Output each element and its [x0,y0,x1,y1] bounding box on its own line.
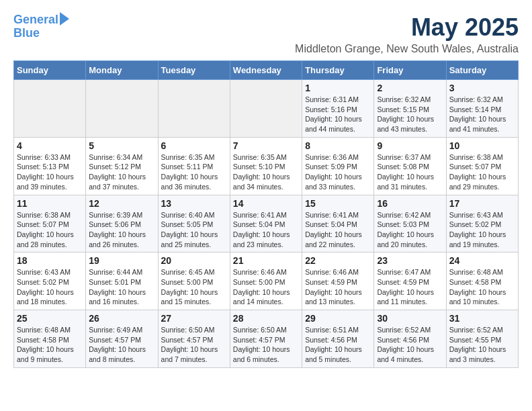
calendar-cell: 24Sunrise: 6:48 AM Sunset: 4:58 PM Dayli… [446,253,518,310]
day-info: Sunrise: 6:48 AM Sunset: 4:58 PM Dayligh… [449,267,515,307]
calendar-cell: 16Sunrise: 6:42 AM Sunset: 5:03 PM Dayli… [374,195,446,253]
day-info: Sunrise: 6:37 AM Sunset: 5:08 PM Dayligh… [377,152,443,192]
day-info: Sunrise: 6:43 AM Sunset: 5:02 PM Dayligh… [17,267,83,307]
day-number: 9 [377,140,443,151]
day-number: 27 [161,313,227,324]
day-info: Sunrise: 6:52 AM Sunset: 4:56 PM Dayligh… [377,325,443,365]
day-info: Sunrise: 6:46 AM Sunset: 5:00 PM Dayligh… [233,267,299,307]
day-info: Sunrise: 6:45 AM Sunset: 5:00 PM Dayligh… [161,267,227,307]
day-info: Sunrise: 6:35 AM Sunset: 5:10 PM Dayligh… [233,152,299,192]
day-info: Sunrise: 6:36 AM Sunset: 5:09 PM Dayligh… [305,152,371,192]
day-info: Sunrise: 6:41 AM Sunset: 5:04 PM Dayligh… [233,210,299,250]
calendar-week-2: 4Sunrise: 6:33 AM Sunset: 5:13 PM Daylig… [14,137,519,195]
calendar-cell: 9Sunrise: 6:37 AM Sunset: 5:08 PM Daylig… [374,137,446,195]
day-number: 30 [377,313,443,324]
location-title: Middleton Grange, New South Wales, Austr… [295,43,519,55]
day-info: Sunrise: 6:32 AM Sunset: 5:15 PM Dayligh… [377,95,443,134]
day-number: 25 [17,313,83,324]
calendar-cell [86,80,158,138]
calendar-cell: 7Sunrise: 6:35 AM Sunset: 5:10 PM Daylig… [230,137,302,195]
calendar-cell: 3Sunrise: 6:32 AM Sunset: 5:14 PM Daylig… [446,80,518,138]
day-number: 7 [233,140,299,151]
day-number: 5 [89,140,154,151]
day-info: Sunrise: 6:34 AM Sunset: 5:12 PM Dayligh… [89,152,154,192]
day-number: 21 [233,255,299,266]
calendar-table: SundayMondayTuesdayWednesdayThursdayFrid… [13,60,519,368]
calendar-cell: 5Sunrise: 6:34 AM Sunset: 5:12 PM Daylig… [86,137,158,195]
logo-line1: General [13,13,58,26]
column-header-saturday: Saturday [446,61,518,80]
day-info: Sunrise: 6:51 AM Sunset: 4:56 PM Dayligh… [305,325,371,365]
calendar-week-1: 1Sunrise: 6:31 AM Sunset: 5:16 PM Daylig… [14,80,519,138]
day-info: Sunrise: 6:32 AM Sunset: 5:14 PM Dayligh… [449,95,515,134]
logo: General Blue [13,13,69,40]
calendar-week-3: 11Sunrise: 6:38 AM Sunset: 5:07 PM Dayli… [14,195,519,253]
calendar-cell: 28Sunrise: 6:50 AM Sunset: 4:57 PM Dayli… [230,310,302,368]
calendar-cell: 20Sunrise: 6:45 AM Sunset: 5:00 PM Dayli… [158,253,230,310]
day-number: 19 [89,255,154,266]
day-number: 18 [17,255,83,266]
calendar-cell: 25Sunrise: 6:48 AM Sunset: 4:58 PM Dayli… [14,310,86,368]
day-number: 1 [305,83,371,93]
calendar-cell: 26Sunrise: 6:49 AM Sunset: 4:57 PM Dayli… [86,310,158,368]
calendar-cell: 22Sunrise: 6:46 AM Sunset: 4:59 PM Dayli… [302,253,374,310]
day-number: 4 [17,140,83,151]
calendar-cell: 31Sunrise: 6:52 AM Sunset: 4:55 PM Dayli… [446,310,518,368]
day-info: Sunrise: 6:35 AM Sunset: 5:11 PM Dayligh… [161,152,227,192]
month-title: May 2025 [295,13,519,42]
day-info: Sunrise: 6:43 AM Sunset: 5:02 PM Dayligh… [449,210,515,250]
day-number: 12 [89,198,154,209]
day-number: 17 [449,198,515,209]
day-info: Sunrise: 6:47 AM Sunset: 4:59 PM Dayligh… [377,267,443,307]
day-number: 11 [17,198,83,209]
day-number: 14 [233,198,299,209]
day-info: Sunrise: 6:31 AM Sunset: 5:16 PM Dayligh… [305,95,371,134]
day-number: 8 [305,140,371,151]
day-info: Sunrise: 6:50 AM Sunset: 4:57 PM Dayligh… [233,325,299,365]
page-header: General Blue May 2025 Middleton Grange, … [13,13,519,55]
day-info: Sunrise: 6:39 AM Sunset: 5:06 PM Dayligh… [89,210,154,250]
calendar-cell: 8Sunrise: 6:36 AM Sunset: 5:09 PM Daylig… [302,137,374,195]
day-info: Sunrise: 6:46 AM Sunset: 4:59 PM Dayligh… [305,267,371,307]
calendar-cell: 11Sunrise: 6:38 AM Sunset: 5:07 PM Dayli… [14,195,86,253]
day-number: 20 [161,255,227,266]
calendar-cell: 18Sunrise: 6:43 AM Sunset: 5:02 PM Dayli… [14,253,86,310]
calendar-week-4: 18Sunrise: 6:43 AM Sunset: 5:02 PM Dayli… [14,253,519,310]
calendar-cell: 30Sunrise: 6:52 AM Sunset: 4:56 PM Dayli… [374,310,446,368]
calendar-cell [158,80,230,138]
calendar-cell: 15Sunrise: 6:41 AM Sunset: 5:04 PM Dayli… [302,195,374,253]
day-number: 29 [305,313,371,324]
day-number: 16 [377,198,443,209]
day-info: Sunrise: 6:41 AM Sunset: 5:04 PM Dayligh… [305,210,371,250]
day-number: 10 [449,140,515,151]
calendar-cell: 10Sunrise: 6:38 AM Sunset: 5:07 PM Dayli… [446,137,518,195]
day-info: Sunrise: 6:52 AM Sunset: 4:55 PM Dayligh… [449,325,515,365]
day-number: 3 [449,83,515,93]
calendar-cell: 14Sunrise: 6:41 AM Sunset: 5:04 PM Dayli… [230,195,302,253]
day-info: Sunrise: 6:40 AM Sunset: 5:05 PM Dayligh… [161,210,227,250]
day-info: Sunrise: 6:33 AM Sunset: 5:13 PM Dayligh… [17,152,83,192]
calendar-cell: 2Sunrise: 6:32 AM Sunset: 5:15 PM Daylig… [374,80,446,138]
calendar-cell: 27Sunrise: 6:50 AM Sunset: 4:57 PM Dayli… [158,310,230,368]
day-info: Sunrise: 6:44 AM Sunset: 5:01 PM Dayligh… [89,267,154,307]
calendar-cell: 1Sunrise: 6:31 AM Sunset: 5:16 PM Daylig… [302,80,374,138]
logo-arrow-icon [60,12,69,26]
calendar-cell: 23Sunrise: 6:47 AM Sunset: 4:59 PM Dayli… [374,253,446,310]
day-number: 24 [449,255,515,266]
calendar-header-row: SundayMondayTuesdayWednesdayThursdayFrid… [14,61,519,80]
calendar-cell: 17Sunrise: 6:43 AM Sunset: 5:02 PM Dayli… [446,195,518,253]
calendar-cell: 19Sunrise: 6:44 AM Sunset: 5:01 PM Dayli… [86,253,158,310]
calendar-cell: 13Sunrise: 6:40 AM Sunset: 5:05 PM Dayli… [158,195,230,253]
calendar-cell [14,80,86,138]
column-header-tuesday: Tuesday [158,61,230,80]
day-number: 23 [377,255,443,266]
day-number: 2 [377,83,443,93]
column-header-friday: Friday [374,61,446,80]
calendar-cell: 4Sunrise: 6:33 AM Sunset: 5:13 PM Daylig… [14,137,86,195]
day-info: Sunrise: 6:38 AM Sunset: 5:07 PM Dayligh… [449,152,515,192]
day-number: 31 [449,313,515,324]
day-info: Sunrise: 6:50 AM Sunset: 4:57 PM Dayligh… [161,325,227,365]
column-header-monday: Monday [86,61,158,80]
day-number: 6 [161,140,227,151]
day-info: Sunrise: 6:42 AM Sunset: 5:03 PM Dayligh… [377,210,443,250]
